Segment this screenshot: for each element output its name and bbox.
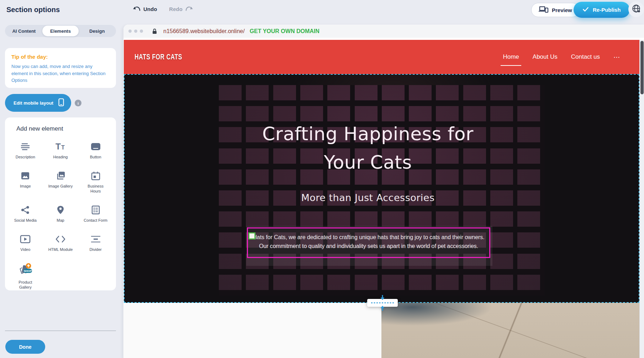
image-icon	[20, 170, 30, 181]
selected-text-element[interactable]: Hats for Cats, we are dedicated to craft…	[247, 227, 490, 258]
section-height-drag-handle[interactable]	[367, 295, 398, 311]
tip-body: Now you can add, move and resize any ele…	[11, 63, 110, 84]
redo-label: Redo	[169, 6, 183, 12]
business-hours-icon	[91, 170, 101, 181]
hero-heading[interactable]: Crafting Happiness for Your Cats	[229, 120, 507, 177]
add-element-description[interactable]: Description	[8, 141, 43, 159]
divider-icon	[90, 233, 101, 245]
hero-subheading[interactable]: More than Just Accessories	[229, 192, 507, 203]
tab-design[interactable]: Design	[79, 26, 115, 36]
lock-icon	[152, 28, 157, 34]
hero-section-selected[interactable]: Crafting Happiness for Your Cats More th…	[124, 74, 639, 303]
site-nav: Home About Us Contact us ⋯	[503, 40, 621, 74]
republish-button[interactable]: Re-Publish	[574, 2, 630, 18]
description-icon	[20, 141, 30, 152]
tip-of-the-day-card: Tip of the day: Now you can add, move an…	[5, 48, 116, 88]
button-icon	[90, 141, 101, 152]
add-element-title: Add new element	[16, 125, 113, 132]
preview-button[interactable]: Preview	[531, 3, 580, 17]
element-grid: Description TT Heading Button Image	[8, 141, 113, 290]
tab-elements[interactable]: Elements	[42, 26, 79, 36]
add-element-business-hours[interactable]: Business Hours	[78, 170, 113, 194]
svg-text:T: T	[61, 144, 65, 151]
add-element-contact-form[interactable]: Contact Form	[78, 204, 113, 223]
window-dot	[140, 30, 143, 33]
redo-button[interactable]: Redo	[169, 6, 193, 12]
add-element-image[interactable]: Image	[8, 170, 43, 194]
language-globe-button[interactable]	[628, 1, 644, 17]
preview-label: Preview	[552, 7, 572, 13]
tab-ai-content[interactable]: AI Content	[6, 26, 42, 36]
preview-scrollbar[interactable]	[639, 40, 644, 358]
get-domain-link[interactable]: GET YOUR OWN DOMAIN	[250, 28, 320, 35]
add-element-button[interactable]: Button	[78, 141, 113, 159]
site-logo[interactable]: HATS FOR CATS	[134, 40, 182, 74]
add-element-product-gallery[interactable]: SHOP Product Gallery	[8, 263, 43, 290]
window-dot	[134, 30, 137, 33]
element-resize-handle[interactable]	[248, 232, 255, 239]
hero-paragraph[interactable]: Hats for Cats, we are dedicated to craft…	[248, 233, 489, 251]
code-icon	[55, 233, 66, 245]
website-builder-app: Undo Redo Preview Re-Publish Section opt…	[0, 0, 644, 358]
add-element-map[interactable]: Map	[43, 204, 78, 223]
sidebar-tabbar: AI Content Elements Design	[5, 25, 116, 37]
nav-contact-us[interactable]: Contact us	[571, 53, 600, 60]
add-element-social-media[interactable]: Social Media	[8, 204, 43, 223]
window-dot	[128, 30, 132, 33]
nav-home[interactable]: Home	[503, 53, 519, 60]
done-button[interactable]: Done	[5, 340, 45, 354]
browser-window-dots	[128, 30, 143, 33]
sidebar-divider	[5, 331, 116, 331]
add-element-html-module[interactable]: HTML Module	[43, 233, 78, 252]
tip-title: Tip of the day:	[11, 54, 110, 60]
add-element-panel: Add new element Description TT Heading B…	[5, 117, 116, 290]
nav-about-us[interactable]: About Us	[533, 53, 558, 60]
undo-redo-group: Undo Redo	[133, 6, 193, 12]
devices-icon	[539, 6, 548, 14]
nav-more[interactable]: ⋯	[613, 53, 621, 61]
contact-form-icon	[91, 204, 101, 216]
add-element-video[interactable]: Video	[8, 233, 43, 252]
site-viewport: HATS FOR CATS Home About Us Contact us ⋯…	[124, 40, 639, 358]
info-icon[interactable]: i	[75, 100, 81, 106]
social-media-icon	[20, 204, 30, 216]
floor-photo	[381, 303, 639, 358]
scrollbar-thumb[interactable]	[640, 41, 644, 94]
check-icon	[583, 7, 588, 13]
undo-label: Undo	[143, 6, 157, 12]
product-gallery-icon: SHOP	[17, 263, 33, 278]
redo-icon	[185, 6, 193, 12]
add-element-divider[interactable]: Divider	[78, 233, 113, 252]
edit-mobile-label: Edit mobile layout	[14, 100, 53, 106]
svg-text:T: T	[56, 142, 61, 151]
add-element-heading[interactable]: TT Heading	[43, 141, 78, 159]
undo-button[interactable]: Undo	[133, 6, 157, 12]
map-pin-icon	[56, 204, 65, 216]
shop-badge: SHOP	[24, 269, 32, 273]
page-title: Section options	[6, 6, 60, 14]
heading-icon: TT	[55, 141, 66, 152]
edit-mobile-layout-button[interactable]: Edit mobile layout	[5, 94, 71, 112]
video-icon	[20, 233, 31, 245]
globe-icon	[632, 4, 641, 15]
republish-label: Re-Publish	[593, 7, 621, 13]
site-url[interactable]: n1566589.websitebuilder.online/	[163, 28, 245, 35]
site-preview-frame: n1566589.websitebuilder.online/ GET YOUR…	[123, 25, 644, 358]
site-header[interactable]: HATS FOR CATS Home About Us Contact us ⋯	[124, 40, 639, 74]
phone-icon	[58, 98, 64, 107]
image-gallery-icon	[55, 170, 66, 181]
next-section[interactable]	[124, 303, 639, 358]
undo-icon	[133, 6, 141, 12]
add-element-image-gallery[interactable]: Image Gallery	[43, 170, 78, 194]
browser-url-bar: n1566589.websitebuilder.online/ GET YOUR…	[123, 25, 644, 38]
